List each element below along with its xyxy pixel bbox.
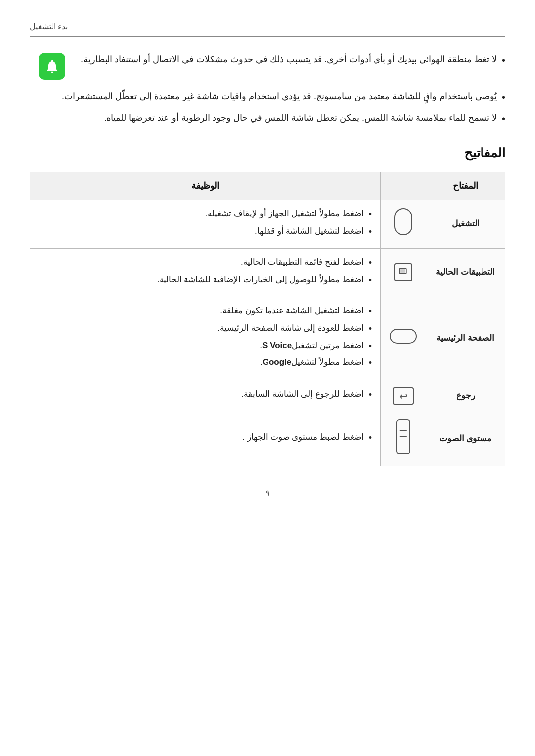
key-name-home: الصفحة الرئيسية (426, 297, 505, 380)
bullet-section: لا تغط منطقة الهوائي بيديك أو بأي أدوات … (30, 52, 505, 127)
back-func-1: اضغط للرجوع إلى الشاشة السابقة. (39, 387, 372, 403)
key-name-recent: التطبيقات الحالية (426, 249, 505, 297)
key-icon-volume (381, 412, 426, 466)
power-func-1: اضغط مطولاً لتشغيل الجهاز أو لإيقاف تشغي… (39, 207, 372, 222)
recent-key-shape (394, 263, 412, 281)
key-name-power: التشغيل (426, 200, 505, 248)
page-number: ٩ (30, 486, 505, 500)
recent-func-1: اضغط لفتح قائمة التطبيقات الحالية. (39, 255, 372, 271)
s-voice-label: S Voice (262, 339, 292, 353)
google-label: Google (263, 355, 292, 370)
home-func-1: اضغط لتشغيل الشاشة عندما تكون مغلقة. (39, 304, 372, 319)
key-func-recent: اضغط لفتح قائمة التطبيقات الحالية. اضغط … (30, 249, 381, 297)
key-icon-back: ↩ (381, 380, 426, 412)
key-func-home: اضغط لتشغيل الشاشة عندما تكون مغلقة. اضغ… (30, 297, 381, 380)
home-func-3: اضغط مرتين لتشغيل S Voice. (39, 339, 372, 354)
back-key-shape: ↩ (393, 387, 414, 405)
header-title: بدء التشغيل (30, 22, 68, 31)
key-icon-home (381, 297, 426, 380)
table-header-icon (381, 172, 426, 200)
bullet-text-2: يُوصى باستخدام واقٍ للشاشة معتمد من سامس… (62, 89, 497, 104)
table-row-volume: مستوى الصوت اضغط لضبط مستوى صوت الجهاز . (30, 412, 505, 466)
bell-svg (44, 58, 60, 74)
key-func-volume: اضغط لضبط مستوى صوت الجهاز . (30, 412, 381, 466)
volume-func-1: اضغط لضبط مستوى صوت الجهاز . (39, 430, 372, 446)
key-icon-power (381, 200, 426, 248)
bullet-text-1: لا تغط منطقة الهوائي بيديك أو بأي أدوات … (81, 52, 497, 67)
table-row-recent: التطبيقات الحالية اضغط لفتح قائمة التطبي… (30, 249, 505, 297)
key-icon-recent (381, 249, 426, 297)
power-key-shape (394, 208, 412, 235)
page-header: بدء التشغيل (30, 20, 505, 37)
table-header-key: المفتاح (426, 172, 505, 200)
section-title: المفاتيح (30, 142, 505, 164)
home-func-2: اضغط للعودة إلى شاشة الصفحة الرئيسية. (39, 321, 372, 337)
bullet-item-2: يُوصى باستخدام واقٍ للشاشة معتمد من سامس… (30, 89, 505, 105)
volume-key-shape (396, 419, 410, 454)
bullet-text-3: لا تسمح للماء بملامسة شاشة اللمس. يمكن ت… (104, 110, 497, 126)
table-header-function: الوظيفة (30, 172, 381, 200)
recent-icon-svg (398, 267, 408, 277)
key-name-volume: مستوى الصوت (426, 412, 505, 466)
home-func-4: اضغط مطولاً لتشغيل Google. (39, 355, 372, 371)
home-key-shape (390, 329, 417, 344)
bell-icon (39, 53, 65, 80)
key-func-back: اضغط للرجوع إلى الشاشة السابقة. (30, 380, 381, 412)
bell-icon-wrapper (39, 53, 65, 80)
table-row-home: الصفحة الرئيسية اضغط لتشغيل الشاشة عندما… (30, 297, 505, 380)
power-func-2: اضغط لتشغيل الشاشة أو قفلها. (39, 224, 372, 240)
svg-rect-1 (400, 269, 405, 273)
bullet-item-3: لا تسمح للماء بملامسة شاشة اللمس. يمكن ت… (30, 110, 505, 127)
recent-func-2: اضغط مطولاً للوصول إلى الخيارات الإضافية… (39, 273, 372, 288)
back-arrow-icon: ↩ (399, 388, 408, 404)
bullet-item-1: لا تغط منطقة الهوائي بيديك أو بأي أدوات … (30, 52, 505, 80)
key-func-power: اضغط مطولاً لتشغيل الجهاز أو لإيقاف تشغي… (30, 200, 381, 248)
table-row-power: التشغيل اضغط مطولاً لتشغيل الجهاز أو لإي… (30, 200, 505, 248)
key-name-back: رجوع (426, 380, 505, 412)
table-row-back: رجوع ↩ اضغط للرجوع إلى الشاشة السابقة. (30, 380, 505, 412)
keys-table: المفتاح الوظيفة التشغيل اضغط مطولاً لتشغ… (30, 172, 505, 466)
